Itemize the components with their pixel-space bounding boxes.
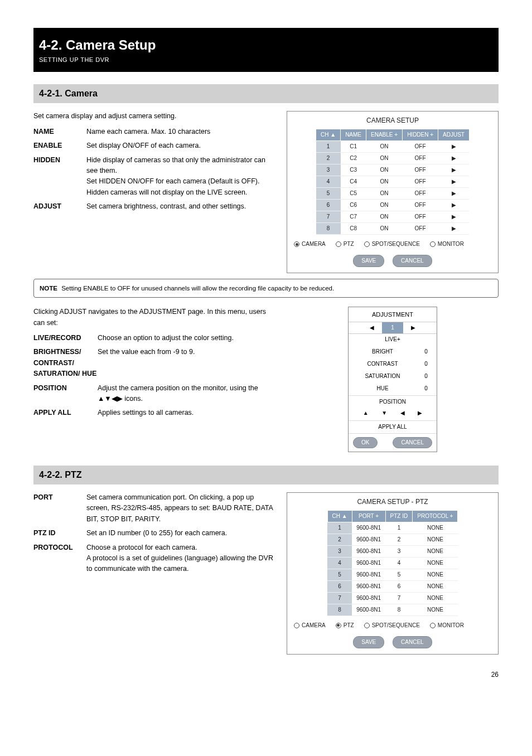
cell-ch[interactable]: 2 (327, 534, 352, 545)
col-adjust[interactable]: ADJUST (438, 129, 470, 141)
cell-value[interactable]: OFF (403, 153, 438, 164)
cell-value[interactable]: 9600-8N1 (352, 580, 385, 592)
cell-ch[interactable]: 6 (316, 200, 341, 211)
save-button[interactable]: SAVE (353, 636, 384, 648)
cell-ch[interactable]: 4 (327, 557, 352, 569)
adjustment-live-toggle[interactable]: LIVE+ (349, 334, 437, 345)
cell-ch[interactable]: 6 (327, 580, 352, 592)
cell-value[interactable]: OFF (403, 200, 438, 211)
cell-value[interactable]: NONE (413, 604, 458, 616)
cell-value[interactable]: 9600-8N1 (352, 534, 385, 545)
cell-value[interactable]: ON (366, 223, 403, 235)
tab-radio[interactable]: CAMERA (294, 622, 326, 629)
position-right-icon[interactable]: ▶ (418, 409, 422, 417)
tab-radio[interactable]: PTZ (336, 622, 354, 629)
tab-radio[interactable]: SPOT/SEQUENCE (364, 240, 420, 248)
cell-value[interactable]: NONE (413, 522, 458, 534)
adjustment-row[interactable]: BRIGHT0 (350, 346, 436, 357)
cell-value[interactable]: ▶ (438, 153, 470, 164)
cell-value[interactable]: NONE (413, 534, 458, 545)
position-up-icon[interactable]: ▲ (363, 409, 369, 417)
cell-value[interactable]: 9600-8N1 (352, 604, 385, 616)
cell-value[interactable]: ▶ (438, 164, 470, 176)
apply-all-button[interactable]: APPLY ALL (349, 420, 437, 434)
cell-ch[interactable]: 1 (327, 522, 352, 534)
cell-value[interactable]: 9600-8N1 (352, 545, 385, 557)
col-ch[interactable]: CH ▲ (316, 129, 341, 141)
cell-value[interactable]: 3 (385, 545, 413, 557)
tab-radio[interactable]: PTZ (336, 240, 354, 248)
cell-ch[interactable]: 5 (327, 569, 352, 580)
cell-value[interactable]: C4 (341, 176, 366, 188)
cell-value[interactable]: ON (366, 200, 403, 211)
cell-value[interactable]: 7 (385, 592, 413, 604)
cell-value[interactable]: 9600-8N1 (352, 522, 385, 534)
cell-ch[interactable]: 5 (316, 188, 341, 200)
cell-value[interactable]: OFF (403, 176, 438, 188)
cell-value[interactable]: 6 (385, 580, 413, 592)
cell-value[interactable]: OFF (403, 223, 438, 235)
tab-radio[interactable]: CAMERA (294, 240, 326, 248)
cell-value[interactable]: C2 (341, 153, 366, 164)
cell-value[interactable]: ON (366, 141, 403, 153)
cell-ch[interactable]: 1 (316, 141, 341, 153)
cell-value[interactable]: C7 (341, 211, 366, 223)
cell-value[interactable]: ▶ (438, 188, 470, 200)
tab-radio[interactable]: MONITOR (430, 240, 464, 248)
cell-value[interactable]: 9600-8N1 (352, 569, 385, 580)
cell-value[interactable]: NONE (413, 569, 458, 580)
cell-value[interactable]: 5 (385, 569, 413, 580)
adjustment-row[interactable]: SATURATION0 (350, 371, 436, 382)
cell-ch[interactable]: 7 (327, 592, 352, 604)
position-down-icon[interactable]: ▼ (381, 409, 387, 417)
cell-value[interactable]: OFF (403, 211, 438, 223)
position-left-icon[interactable]: ◀ (400, 409, 405, 417)
cell-value[interactable]: NONE (413, 592, 458, 604)
col-ch[interactable]: CH ▲ (327, 510, 352, 522)
cell-value[interactable]: ON (366, 153, 403, 164)
cell-value[interactable]: C5 (341, 188, 366, 200)
cell-value[interactable]: 4 (385, 557, 413, 569)
cell-value[interactable]: 2 (385, 534, 413, 545)
col-hidden[interactable]: HIDDEN + (403, 129, 438, 141)
cell-value[interactable]: NONE (413, 557, 458, 569)
cell-value[interactable]: 9600-8N1 (352, 592, 385, 604)
tab-radio[interactable]: MONITOR (430, 622, 464, 629)
next-channel-icon[interactable]: ▶ (411, 324, 415, 332)
cell-value[interactable]: ▶ (438, 200, 470, 211)
col-name[interactable]: NAME (341, 129, 366, 141)
cell-ch[interactable]: 8 (327, 604, 352, 616)
cell-value[interactable]: OFF (403, 164, 438, 176)
cell-ch[interactable]: 3 (316, 164, 341, 176)
cell-value[interactable]: C1 (341, 141, 366, 153)
cancel-button[interactable]: CANCEL (393, 636, 432, 648)
cell-value[interactable]: ▶ (438, 176, 470, 188)
prev-channel-icon[interactable]: ◀ (370, 324, 374, 332)
cell-ch[interactable]: 3 (327, 545, 352, 557)
cancel-button[interactable]: CANCEL (393, 437, 432, 448)
cell-value[interactable]: ON (366, 164, 403, 176)
col-enable[interactable]: ENABLE + (366, 129, 403, 141)
col-port[interactable]: PORT + (352, 510, 385, 522)
cell-value[interactable]: C8 (341, 223, 366, 235)
cell-value[interactable]: 9600-8N1 (352, 557, 385, 569)
cell-value[interactable]: 1 (385, 522, 413, 534)
cell-ch[interactable]: 4 (316, 176, 341, 188)
cell-value[interactable]: NONE (413, 580, 458, 592)
ok-button[interactable]: OK (353, 437, 378, 448)
cell-ch[interactable]: 2 (316, 153, 341, 164)
cell-ch[interactable]: 8 (316, 223, 341, 235)
cell-value[interactable]: 8 (385, 604, 413, 616)
cell-value[interactable]: NONE (413, 545, 458, 557)
cell-value[interactable]: OFF (403, 188, 438, 200)
cell-value[interactable]: ON (366, 211, 403, 223)
cell-value[interactable]: OFF (403, 141, 438, 153)
cell-value[interactable]: ▶ (438, 141, 470, 153)
cell-value[interactable]: ▶ (438, 211, 470, 223)
cell-value[interactable]: C6 (341, 200, 366, 211)
save-button[interactable]: SAVE (353, 255, 384, 267)
adjustment-row[interactable]: CONTRAST0 (350, 358, 436, 370)
cell-value[interactable]: C3 (341, 164, 366, 176)
cell-value[interactable]: ▶ (438, 223, 470, 235)
cell-ch[interactable]: 7 (316, 211, 341, 223)
